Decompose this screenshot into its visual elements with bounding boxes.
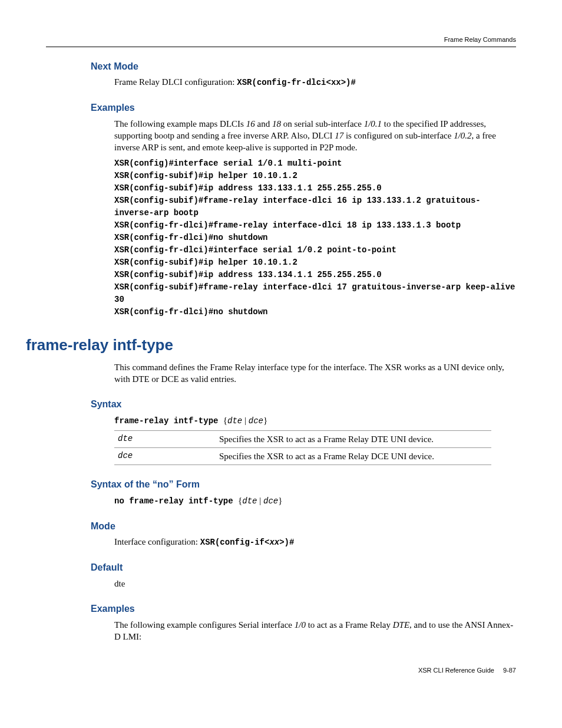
mode-text: Interface configuration: XSR(config-if<x… <box>114 536 516 548</box>
footer-page-number: 9-87 <box>503 667 516 674</box>
syntax-desc-cell: Specifies the XSR to act as a Frame Rela… <box>216 448 491 465</box>
nextmode-text-content: Frame Relay DLCI configuration: <box>114 77 237 87</box>
examples1-code: XSR(config)#interface serial 1/0.1 multi… <box>114 157 516 318</box>
heading-examples-2: Examples <box>91 602 516 615</box>
command-heading: frame-relay intf-type <box>26 335 516 355</box>
syntax-line: frame-relay intf-type {dte | dce} <box>114 414 516 427</box>
syntax-opt-dte: dte <box>227 416 242 426</box>
default-text: dte <box>114 578 516 589</box>
nextmode-text: Frame Relay DLCI configuration: XSR(conf… <box>114 76 516 88</box>
syntax-brace-open: { <box>223 416 227 425</box>
syntax-brace-close: } <box>263 416 267 425</box>
examples1-intro: The following example maps DLCIs 16 and … <box>114 118 516 154</box>
mode-text-content: Interface configuration: <box>114 537 200 546</box>
heading-next-mode: Next Mode <box>91 60 516 73</box>
examples2-text: The following example configures Serial … <box>114 619 516 643</box>
no-form-line: no frame-relay intf-type {dte | dce} <box>114 495 516 507</box>
page-footer: XSR CLI Reference Guide 9-87 <box>46 666 516 675</box>
no-opt-dte: dte <box>242 496 257 506</box>
nextmode-code: XSR(config-fr-dlci<xx>)# <box>237 78 356 87</box>
heading-mode: Mode <box>91 520 516 533</box>
mode-code-pre: XSR(config-if< <box>200 538 270 547</box>
table-row: dce Specifies the XSR to act as a Frame … <box>114 448 491 465</box>
mode-code-post: >)# <box>279 538 294 547</box>
syntax-opt-cell: dce <box>114 448 216 465</box>
heading-examples-1: Examples <box>91 101 516 114</box>
syntax-table: dte Specifies the XSR to act as a Frame … <box>114 430 491 466</box>
mode-code-var: xx <box>269 538 279 547</box>
header-rule <box>46 47 516 47</box>
heading-no-form: Syntax of the “no” Form <box>91 478 516 491</box>
table-row: dte Specifies the XSR to act as a Frame … <box>114 430 491 447</box>
heading-default: Default <box>91 561 516 574</box>
no-brace-close: } <box>278 496 282 505</box>
command-intro: This command defines the Frame Relay int… <box>114 361 516 386</box>
footer-guide: XSR CLI Reference Guide <box>418 667 494 674</box>
syntax-opt-cell: dte <box>114 430 216 447</box>
syntax-pipe: | <box>242 416 249 425</box>
heading-syntax: Syntax <box>91 398 516 411</box>
syntax-cmd: frame-relay intf-type <box>114 416 223 426</box>
no-cmd: no frame-relay intf-type <box>114 496 238 506</box>
syntax-desc-cell: Specifies the XSR to act as a Frame Rela… <box>216 430 491 447</box>
page-running-header: Frame Relay Commands <box>46 35 516 44</box>
syntax-opt-dce: dce <box>249 416 263 426</box>
no-opt-dce: dce <box>263 496 278 506</box>
no-pipe: | <box>257 496 263 505</box>
